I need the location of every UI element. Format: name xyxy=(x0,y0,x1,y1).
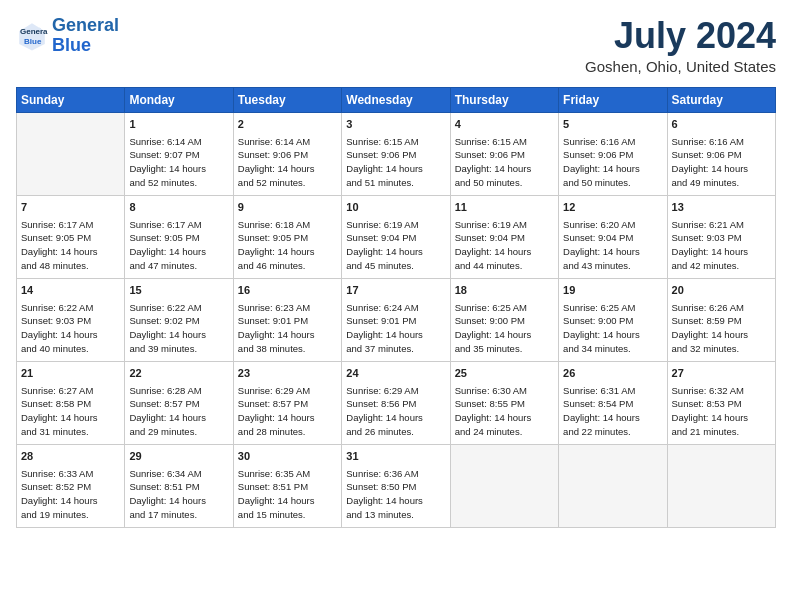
day-of-week-header: Monday xyxy=(125,87,233,112)
day-number: 12 xyxy=(563,200,662,216)
cell-content: 29Sunrise: 6:34 AMSunset: 8:51 PMDayligh… xyxy=(129,449,228,522)
cell-content: 7Sunrise: 6:17 AMSunset: 9:05 PMDaylight… xyxy=(21,200,120,273)
logo-icon: General Blue xyxy=(16,20,48,52)
title-area: July 2024 Goshen, Ohio, United States xyxy=(585,16,776,75)
day-of-week-header: Thursday xyxy=(450,87,558,112)
calendar-cell: 20Sunrise: 6:26 AMSunset: 8:59 PMDayligh… xyxy=(667,278,775,361)
cell-content: 22Sunrise: 6:28 AMSunset: 8:57 PMDayligh… xyxy=(129,366,228,439)
cell-content: 14Sunrise: 6:22 AMSunset: 9:03 PMDayligh… xyxy=(21,283,120,356)
day-number: 1 xyxy=(129,117,228,133)
cell-content: 17Sunrise: 6:24 AMSunset: 9:01 PMDayligh… xyxy=(346,283,445,356)
calendar-cell xyxy=(17,112,125,195)
calendar-cell: 11Sunrise: 6:19 AMSunset: 9:04 PMDayligh… xyxy=(450,195,558,278)
cell-content: 11Sunrise: 6:19 AMSunset: 9:04 PMDayligh… xyxy=(455,200,554,273)
cell-content: 31Sunrise: 6:36 AMSunset: 8:50 PMDayligh… xyxy=(346,449,445,522)
calendar-cell: 2Sunrise: 6:14 AMSunset: 9:06 PMDaylight… xyxy=(233,112,341,195)
day-number: 24 xyxy=(346,366,445,382)
calendar-cell: 16Sunrise: 6:23 AMSunset: 9:01 PMDayligh… xyxy=(233,278,341,361)
calendar-cell: 17Sunrise: 6:24 AMSunset: 9:01 PMDayligh… xyxy=(342,278,450,361)
cell-content: 18Sunrise: 6:25 AMSunset: 9:00 PMDayligh… xyxy=(455,283,554,356)
calendar-cell: 9Sunrise: 6:18 AMSunset: 9:05 PMDaylight… xyxy=(233,195,341,278)
calendar-cell: 13Sunrise: 6:21 AMSunset: 9:03 PMDayligh… xyxy=(667,195,775,278)
day-number: 5 xyxy=(563,117,662,133)
calendar-cell: 31Sunrise: 6:36 AMSunset: 8:50 PMDayligh… xyxy=(342,444,450,527)
calendar-cell: 14Sunrise: 6:22 AMSunset: 9:03 PMDayligh… xyxy=(17,278,125,361)
cell-content: 16Sunrise: 6:23 AMSunset: 9:01 PMDayligh… xyxy=(238,283,337,356)
day-number: 23 xyxy=(238,366,337,382)
cell-content: 9Sunrise: 6:18 AMSunset: 9:05 PMDaylight… xyxy=(238,200,337,273)
calendar-cell: 28Sunrise: 6:33 AMSunset: 8:52 PMDayligh… xyxy=(17,444,125,527)
cell-content: 1Sunrise: 6:14 AMSunset: 9:07 PMDaylight… xyxy=(129,117,228,190)
calendar-cell: 10Sunrise: 6:19 AMSunset: 9:04 PMDayligh… xyxy=(342,195,450,278)
cell-content: 5Sunrise: 6:16 AMSunset: 9:06 PMDaylight… xyxy=(563,117,662,190)
day-of-week-header: Saturday xyxy=(667,87,775,112)
day-number: 27 xyxy=(672,366,771,382)
svg-text:Blue: Blue xyxy=(24,37,42,46)
calendar-cell: 1Sunrise: 6:14 AMSunset: 9:07 PMDaylight… xyxy=(125,112,233,195)
day-number: 22 xyxy=(129,366,228,382)
day-number: 7 xyxy=(21,200,120,216)
calendar-cell: 25Sunrise: 6:30 AMSunset: 8:55 PMDayligh… xyxy=(450,361,558,444)
day-number: 10 xyxy=(346,200,445,216)
cell-content: 3Sunrise: 6:15 AMSunset: 9:06 PMDaylight… xyxy=(346,117,445,190)
day-of-week-header: Wednesday xyxy=(342,87,450,112)
cell-content: 4Sunrise: 6:15 AMSunset: 9:06 PMDaylight… xyxy=(455,117,554,190)
calendar-cell: 3Sunrise: 6:15 AMSunset: 9:06 PMDaylight… xyxy=(342,112,450,195)
day-number: 21 xyxy=(21,366,120,382)
calendar-cell: 29Sunrise: 6:34 AMSunset: 8:51 PMDayligh… xyxy=(125,444,233,527)
day-of-week-header: Friday xyxy=(559,87,667,112)
location: Goshen, Ohio, United States xyxy=(585,58,776,75)
cell-content: 30Sunrise: 6:35 AMSunset: 8:51 PMDayligh… xyxy=(238,449,337,522)
calendar-cell: 30Sunrise: 6:35 AMSunset: 8:51 PMDayligh… xyxy=(233,444,341,527)
day-number: 31 xyxy=(346,449,445,465)
day-number: 17 xyxy=(346,283,445,299)
day-number: 29 xyxy=(129,449,228,465)
calendar-cell: 12Sunrise: 6:20 AMSunset: 9:04 PMDayligh… xyxy=(559,195,667,278)
calendar-cell: 26Sunrise: 6:31 AMSunset: 8:54 PMDayligh… xyxy=(559,361,667,444)
day-number: 26 xyxy=(563,366,662,382)
cell-content: 15Sunrise: 6:22 AMSunset: 9:02 PMDayligh… xyxy=(129,283,228,356)
day-number: 25 xyxy=(455,366,554,382)
day-of-week-header: Tuesday xyxy=(233,87,341,112)
cell-content: 24Sunrise: 6:29 AMSunset: 8:56 PMDayligh… xyxy=(346,366,445,439)
cell-content: 19Sunrise: 6:25 AMSunset: 9:00 PMDayligh… xyxy=(563,283,662,356)
calendar-cell: 27Sunrise: 6:32 AMSunset: 8:53 PMDayligh… xyxy=(667,361,775,444)
svg-text:General: General xyxy=(20,27,48,36)
calendar-cell: 24Sunrise: 6:29 AMSunset: 8:56 PMDayligh… xyxy=(342,361,450,444)
calendar-table: SundayMondayTuesdayWednesdayThursdayFrid… xyxy=(16,87,776,528)
cell-content: 23Sunrise: 6:29 AMSunset: 8:57 PMDayligh… xyxy=(238,366,337,439)
day-number: 8 xyxy=(129,200,228,216)
calendar-cell: 18Sunrise: 6:25 AMSunset: 9:00 PMDayligh… xyxy=(450,278,558,361)
cell-content: 12Sunrise: 6:20 AMSunset: 9:04 PMDayligh… xyxy=(563,200,662,273)
day-number: 6 xyxy=(672,117,771,133)
cell-content: 20Sunrise: 6:26 AMSunset: 8:59 PMDayligh… xyxy=(672,283,771,356)
day-number: 30 xyxy=(238,449,337,465)
logo-text: General Blue xyxy=(52,16,119,56)
calendar-cell: 15Sunrise: 6:22 AMSunset: 9:02 PMDayligh… xyxy=(125,278,233,361)
cell-content: 26Sunrise: 6:31 AMSunset: 8:54 PMDayligh… xyxy=(563,366,662,439)
day-number: 14 xyxy=(21,283,120,299)
calendar-cell: 21Sunrise: 6:27 AMSunset: 8:58 PMDayligh… xyxy=(17,361,125,444)
calendar-cell xyxy=(667,444,775,527)
day-number: 3 xyxy=(346,117,445,133)
day-number: 28 xyxy=(21,449,120,465)
header: General Blue General Blue July 2024 Gosh… xyxy=(16,16,776,75)
cell-content: 6Sunrise: 6:16 AMSunset: 9:06 PMDaylight… xyxy=(672,117,771,190)
month-year: July 2024 xyxy=(585,16,776,56)
day-number: 20 xyxy=(672,283,771,299)
day-number: 16 xyxy=(238,283,337,299)
calendar-cell xyxy=(450,444,558,527)
cell-content: 25Sunrise: 6:30 AMSunset: 8:55 PMDayligh… xyxy=(455,366,554,439)
calendar-cell: 4Sunrise: 6:15 AMSunset: 9:06 PMDaylight… xyxy=(450,112,558,195)
day-number: 19 xyxy=(563,283,662,299)
cell-content: 13Sunrise: 6:21 AMSunset: 9:03 PMDayligh… xyxy=(672,200,771,273)
day-number: 9 xyxy=(238,200,337,216)
cell-content: 2Sunrise: 6:14 AMSunset: 9:06 PMDaylight… xyxy=(238,117,337,190)
cell-content: 8Sunrise: 6:17 AMSunset: 9:05 PMDaylight… xyxy=(129,200,228,273)
day-number: 11 xyxy=(455,200,554,216)
calendar-cell: 5Sunrise: 6:16 AMSunset: 9:06 PMDaylight… xyxy=(559,112,667,195)
calendar-cell: 22Sunrise: 6:28 AMSunset: 8:57 PMDayligh… xyxy=(125,361,233,444)
cell-content: 10Sunrise: 6:19 AMSunset: 9:04 PMDayligh… xyxy=(346,200,445,273)
day-number: 18 xyxy=(455,283,554,299)
day-number: 4 xyxy=(455,117,554,133)
